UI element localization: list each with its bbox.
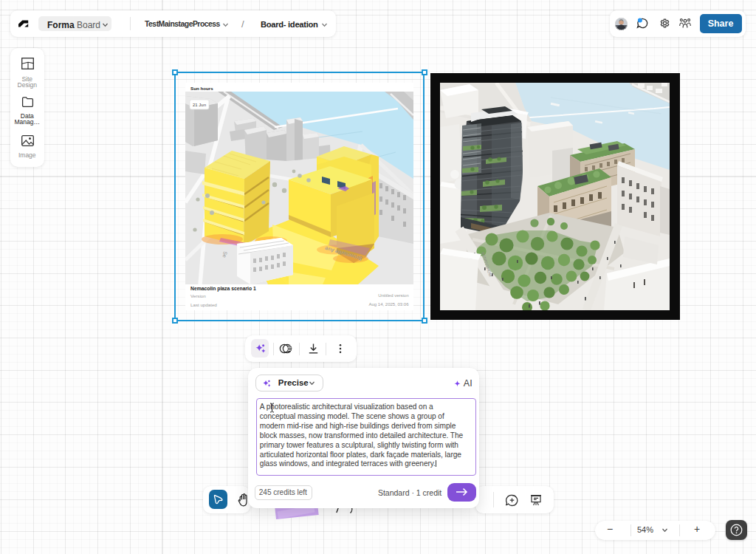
- svg-text:21 Jun: 21 Jun: [193, 103, 206, 107]
- svg-text:Se: Se: [222, 251, 228, 259]
